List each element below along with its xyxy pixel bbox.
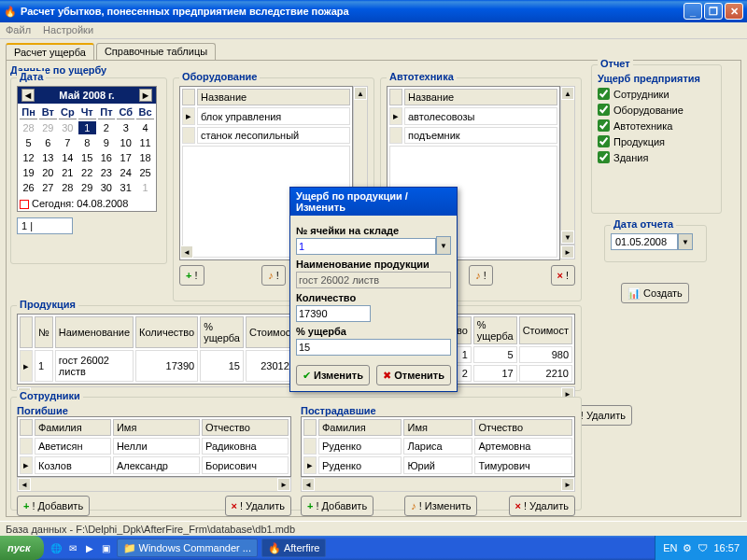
cell-combo[interactable]: 1▼: [296, 236, 451, 255]
cal-next-button[interactable]: ►: [139, 89, 152, 102]
name-field: гост 26002 листв: [296, 272, 451, 288]
dialog-cancel-button[interactable]: ✖Отменить: [376, 365, 451, 385]
app-icon: 🔥: [4, 6, 17, 18]
group-date: Дата ◄ Май 2008 г. ► ПнВтСрЧтПтСбВс 2829…: [10, 77, 167, 264]
dialog-save-button[interactable]: ✔Изменить: [296, 365, 370, 385]
chk-products[interactable]: Продукция: [598, 135, 715, 147]
chk-vehicles[interactable]: Автотехника: [598, 119, 715, 132]
chk-buildings[interactable]: Здания: [598, 151, 715, 163]
dead-del-button[interactable]: ×! Удалить: [225, 496, 292, 516]
close-button[interactable]: ✕: [725, 3, 743, 20]
task-wincmd[interactable]: 📁Windows Commander ...: [117, 539, 258, 557]
window-titlebar: 🔥 Расчет убытков, понесенных предприятие…: [0, 0, 747, 22]
qty-field[interactable]: 17390: [296, 305, 371, 322]
products-grid[interactable]: №НаименованиеКоличество% ущербаСтоимость…: [17, 314, 307, 385]
menu-bar: Файл Настройки: [0, 22, 747, 39]
system-tray[interactable]: EN ⚙ 🛡 16:57: [655, 536, 747, 560]
tab-ref[interactable]: Справочные таблицы: [96, 43, 216, 60]
window-title: Расчет убытков, понесенных предприятием …: [17, 6, 682, 17]
dialog-title: Ущерб по продукции / Изменить: [290, 188, 457, 216]
dead-header: Погибшие: [17, 405, 291, 416]
maximize-button[interactable]: ❐: [704, 3, 723, 20]
chk-staff[interactable]: Сотрудники: [598, 88, 715, 100]
scrollbar-h[interactable]: ◄►: [301, 477, 575, 492]
injured-header: Пострадавшие: [301, 405, 575, 416]
group-report-date: Дата отчета 01.05.2008 ▼: [604, 225, 707, 262]
inj-del-button[interactable]: ×! Удалить: [509, 496, 576, 516]
pct-field[interactable]: 15: [296, 339, 451, 356]
scrollbar-h[interactable]: ◄►: [17, 477, 291, 492]
calendar[interactable]: ◄ Май 2008 г. ► ПнВтСрЧтПтСбВс 282930123…: [17, 86, 157, 212]
clock: 16:57: [713, 542, 740, 553]
tray-icon[interactable]: ⚙: [683, 542, 692, 554]
injured-grid[interactable]: ФамилияИмяОтчество РуденкоЛарисаАртемовн…: [301, 416, 575, 477]
chk-equipment[interactable]: Оборудование: [598, 104, 715, 116]
product-edit-dialog: Ущерб по продукции / Изменить № ячейки н…: [289, 187, 458, 392]
dead-add-button[interactable]: +! Добавить: [17, 496, 90, 516]
report-title: Ущерб предприятия: [598, 73, 715, 84]
cal-today[interactable]: Сегодня: 04.08.2008: [18, 196, 156, 211]
products-grid2[interactable]: тво% ущербаСтоимост 15980 2172210: [445, 314, 575, 385]
minimize-button[interactable]: _: [684, 3, 702, 20]
taskbar: пуск 🌐✉▶▣ 📁Windows Commander ... 🔥Afterf…: [0, 536, 747, 560]
eq-edit-button[interactable]: ♪!: [261, 265, 286, 286]
task-afterfire[interactable]: 🔥Afterfire: [261, 539, 327, 557]
tray-icon[interactable]: 🛡: [698, 542, 708, 553]
date-input[interactable]: 1 |: [17, 217, 73, 234]
inj-edit-button[interactable]: ♪! Изменить: [404, 496, 477, 516]
cal-prev-button[interactable]: ◄: [21, 89, 35, 102]
create-report-button[interactable]: 📊Создать: [621, 283, 689, 303]
lang-indicator[interactable]: EN: [663, 542, 677, 553]
scrollbar-v[interactable]: ▲▼: [560, 86, 575, 245]
cal-month: Май 2008 г.: [59, 90, 114, 101]
menu-file[interactable]: Файл: [6, 24, 31, 35]
quick-launch[interactable]: 🌐✉▶▣: [49, 541, 113, 554]
menu-settings[interactable]: Настройки: [43, 24, 93, 35]
vh-edit-button[interactable]: ♪!: [469, 265, 493, 286]
group-staff: Сотрудники Погибшие ФамилияИмяОтчество А…: [10, 397, 582, 511]
tab-main[interactable]: Расчет ущерба: [6, 43, 94, 60]
start-button[interactable]: пуск: [0, 536, 44, 560]
report-date-combo[interactable]: 01.05.2008 ▼: [611, 233, 700, 250]
dead-grid[interactable]: ФамилияИмяОтчество АветисянНеллиРадиковн…: [17, 416, 291, 477]
group-report: Отчет Ущерб предприятия Сотрудники Обору…: [591, 64, 722, 214]
excel-icon: 📊: [627, 287, 641, 300]
inj-add-button[interactable]: +! Добавить: [301, 496, 374, 516]
vh-del-button[interactable]: ×!: [551, 265, 576, 286]
eq-add-button[interactable]: +!: [179, 265, 204, 286]
